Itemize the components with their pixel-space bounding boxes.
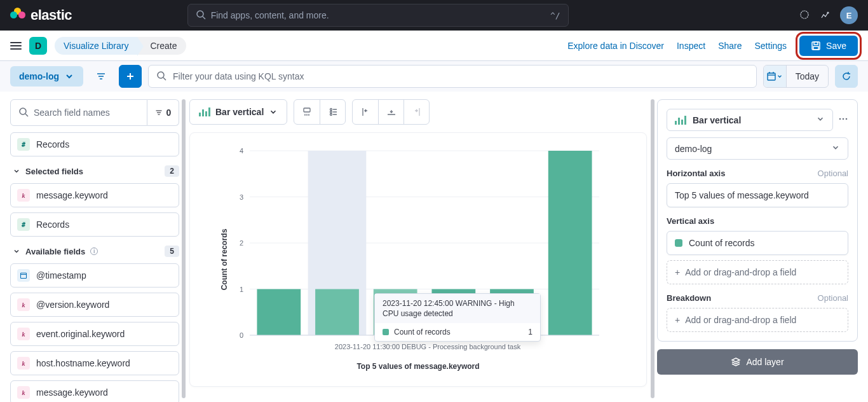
field-item[interactable]: k message.keyword	[10, 380, 179, 402]
header-right: E	[799, 6, 858, 24]
global-search[interactable]: Find apps, content, and more. ^/	[187, 4, 569, 27]
plus-icon: +	[675, 315, 680, 325]
keyword-type-icon: k	[17, 357, 30, 370]
search-placeholder: Find apps, content, and more.	[211, 10, 550, 20]
field-item[interactable]: k message.keyword	[10, 183, 179, 207]
layer-actions-button[interactable]	[838, 114, 848, 126]
sub-header: D Visualize Library Create Explore data …	[0, 31, 868, 61]
newsfeed-icon[interactable]	[820, 10, 830, 22]
tooltip-value: 1	[528, 328, 532, 336]
crumb-visualize-library[interactable]: Visualize Library	[55, 37, 137, 55]
user-avatar[interactable]: E	[840, 6, 858, 24]
search-shortcut: ^/	[550, 11, 560, 20]
keyword-type-icon: k	[17, 298, 30, 311]
axis-options	[352, 99, 430, 125]
sub-header-right: Explore data in Discover Inspect Share S…	[567, 36, 858, 56]
svg-text:3: 3	[240, 193, 243, 201]
field-item[interactable]: @timestamp	[10, 263, 179, 288]
svg-point-57	[843, 118, 844, 120]
settings-link[interactable]: Settings	[754, 41, 787, 51]
tooltip-color-swatch	[383, 329, 389, 335]
save-icon	[811, 41, 821, 51]
search-icon	[196, 10, 206, 22]
field-item[interactable]: k @version.keyword	[10, 293, 179, 317]
time-range-label: Today	[787, 71, 828, 81]
chart-type-selector[interactable]: Bar vertical	[189, 99, 287, 125]
svg-rect-25	[304, 108, 310, 112]
svg-point-58	[846, 118, 848, 120]
kql-query-input[interactable]: Filter your data using KQL syntax	[148, 65, 757, 88]
search-icon	[18, 107, 29, 119]
svg-rect-14	[768, 73, 775, 80]
time-range-selector[interactable]: Today	[763, 65, 829, 88]
svg-line-13	[163, 78, 166, 80]
save-button[interactable]: Save	[799, 36, 858, 56]
vis-type-selector[interactable]: Bar vertical	[667, 109, 833, 131]
number-type-icon: #	[17, 138, 30, 151]
svg-point-29	[330, 109, 332, 111]
filter-icon	[96, 71, 106, 81]
refresh-button[interactable]	[835, 65, 858, 88]
chart-toolbar: Bar vertical	[189, 99, 647, 125]
logo[interactable]: elastic	[10, 7, 72, 24]
svg-point-31	[330, 111, 332, 113]
color-option[interactable]	[294, 100, 320, 124]
svg-text:2: 2	[240, 239, 243, 247]
layout-option[interactable]	[320, 100, 345, 124]
svg-point-33	[330, 114, 332, 116]
index-selector[interactable]: demo-log	[667, 137, 848, 160]
date-type-icon	[17, 269, 30, 282]
available-fields-header[interactable]: Available fields i 5	[10, 242, 179, 263]
explore-link[interactable]: Explore data in Discover	[567, 41, 664, 51]
field-item[interactable]: # Records	[10, 212, 179, 237]
field-search-input[interactable]: Search field names	[10, 99, 147, 126]
svg-line-19	[25, 114, 28, 116]
left-axis-option[interactable]	[353, 100, 378, 124]
refresh-icon	[841, 71, 851, 81]
vertical-axis-dimension[interactable]: Count of records	[667, 231, 848, 255]
chevron-down-icon	[13, 167, 20, 175]
inspect-link[interactable]: Inspect	[677, 41, 705, 51]
data-view-selector[interactable]: demo-log	[10, 66, 83, 87]
scrollbar[interactable]	[182, 99, 186, 398]
number-type-icon: #	[17, 218, 30, 231]
field-search-placeholder: Search field names	[34, 107, 110, 118]
breadcrumb: Visualize Library Create	[55, 37, 186, 55]
tooltip-title: 2023-11-20 12:45:00 WARNING - High CPU u…	[375, 294, 540, 323]
keyword-type-icon: k	[17, 386, 30, 399]
add-filter-button[interactable]	[119, 65, 142, 88]
info-icon[interactable]: i	[90, 247, 98, 255]
field-item[interactable]: k event.original.keyword	[10, 322, 179, 346]
filters-toggle[interactable]	[90, 65, 112, 88]
menu-button[interactable]	[10, 42, 22, 50]
field-filter-count[interactable]: 0	[147, 99, 179, 126]
chevron-down-icon	[831, 143, 840, 154]
chevron-down-icon	[13, 247, 20, 255]
selected-fields-header[interactable]: Selected fields 2	[10, 162, 179, 183]
records-field[interactable]: # Records	[10, 132, 179, 156]
space-badge[interactable]: D	[29, 37, 47, 55]
calendar-icon	[764, 66, 787, 87]
help-icon[interactable]	[799, 10, 810, 22]
field-search-row: Search field names 0	[10, 99, 179, 126]
scrollbar[interactable]	[651, 99, 654, 398]
logo-text: elastic	[31, 7, 72, 24]
chart-canvas: Count of records 01234 2023-11-20 11:30:…	[189, 132, 647, 387]
horizontal-axis-dimension[interactable]: Top 5 values of message.keyword	[667, 183, 848, 207]
field-item[interactable]: k host.hostname.keyword	[10, 351, 179, 375]
chevron-down-icon	[816, 114, 825, 125]
add-breakdown-field[interactable]: + Add or drag-and-drop a field	[667, 308, 848, 332]
field-filter-count-value: 0	[166, 107, 172, 118]
top-header: elastic Find apps, content, and more. ^/…	[0, 0, 868, 31]
horizontal-axis-section: Horizontal axis Optional	[667, 169, 848, 178]
add-vertical-axis-field[interactable]: + Add or drag-and-drop a field	[667, 260, 848, 284]
bottom-axis-option[interactable]	[378, 100, 403, 124]
series-color-swatch	[675, 239, 682, 247]
filter-bar: demo-log Filter your data using KQL synt…	[0, 61, 868, 92]
share-link[interactable]: Share	[718, 41, 742, 51]
save-label: Save	[826, 41, 846, 51]
selected-count: 2	[165, 165, 179, 177]
svg-point-18	[20, 108, 26, 114]
add-layer-button[interactable]: Add layer	[657, 349, 858, 375]
plus-icon	[125, 71, 135, 81]
